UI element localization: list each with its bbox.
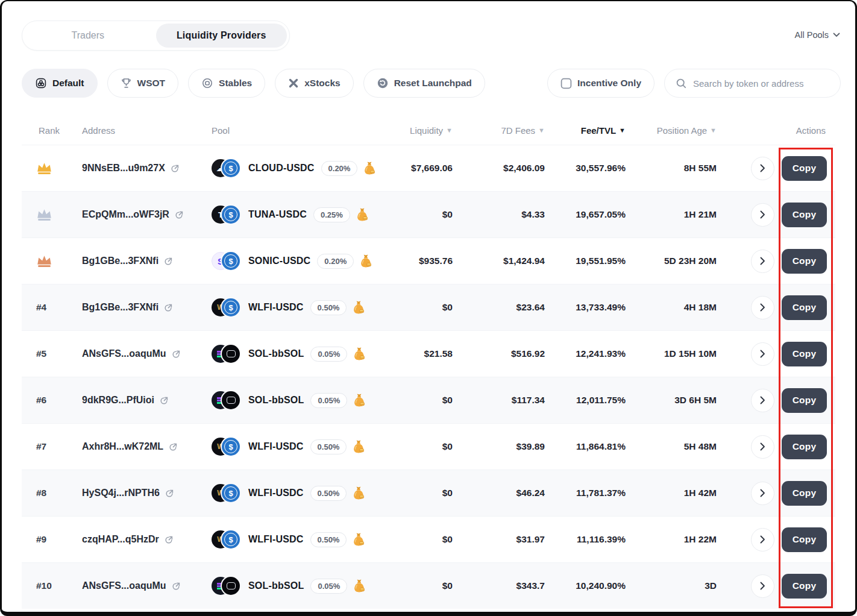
liquidity-value: $21.58	[392, 348, 453, 359]
expand-row-button[interactable]	[751, 574, 774, 598]
col-header-7d-fees[interactable]: 7D Fees▼	[453, 125, 545, 136]
copy-button[interactable]: Copy	[782, 295, 827, 320]
external-link-icon[interactable]	[169, 442, 178, 451]
filter-reset-launchpad-label: Reset Launchpad	[394, 78, 472, 89]
expand-row-button[interactable]	[751, 389, 774, 412]
filter-stables-label: Stables	[219, 78, 252, 89]
fee-tvl-value: 13,733.49%	[545, 302, 626, 313]
external-link-icon[interactable]	[172, 582, 181, 591]
crown-silver-icon	[36, 207, 52, 222]
copy-button[interactable]: Copy	[782, 574, 827, 599]
pool-coin-pair	[212, 484, 240, 502]
wallet-address: 9NNsEB...u9m27X	[82, 163, 165, 174]
fee-tier-badge: 0.50%	[310, 532, 347, 547]
search-box[interactable]	[664, 69, 841, 98]
expand-row-button[interactable]	[751, 157, 774, 180]
fee-tier-badge: 0.05%	[310, 579, 347, 594]
address-cell: HySQ4j...rNPTH6	[82, 488, 212, 498]
col-header-liquidity[interactable]: Liquidity▼	[392, 125, 453, 136]
rank-number: #8	[36, 488, 46, 498]
expand-row-button[interactable]	[751, 435, 774, 459]
7d-fees-value: $23.64	[453, 302, 545, 313]
actions-cell: Copy	[717, 156, 835, 181]
incentive-only-label: Incentive Only	[577, 78, 641, 89]
rank-cell	[22, 254, 82, 268]
pool-name: WLFI-USDC	[248, 302, 304, 313]
copy-button[interactable]: Copy	[782, 249, 827, 274]
money-bag-icon	[352, 439, 365, 454]
expand-row-button[interactable]	[751, 296, 774, 319]
filter-xstocks-label: xStocks	[304, 78, 340, 89]
filter-reset-launchpad[interactable]: Reset Launchpad	[363, 69, 485, 98]
expand-row-button[interactable]	[751, 203, 774, 227]
bbsol-coin-icon	[222, 577, 240, 595]
7d-fees-value: $1,424.94	[453, 256, 545, 266]
copy-button[interactable]: Copy	[782, 203, 827, 227]
actions-cell: Copy	[717, 527, 835, 552]
expand-row-button[interactable]	[751, 250, 774, 273]
bbsol-coin-icon	[222, 345, 240, 363]
usdc-coin-icon	[222, 484, 240, 502]
fee-tier-badge: 0.25%	[313, 207, 350, 222]
copy-button[interactable]: Copy	[782, 435, 827, 459]
pool-name: TUNA-USDC	[248, 209, 307, 220]
search-input[interactable]	[693, 78, 829, 89]
external-link-icon[interactable]	[165, 489, 174, 498]
col-header-rank: Rank	[22, 125, 82, 136]
copy-button[interactable]: Copy	[782, 481, 827, 506]
table-row: 9NNsEB...u9m27X CLOUD-USDC 0.20%	[22, 145, 835, 191]
pool-name: CLOUD-USDC	[248, 163, 315, 174]
expand-row-button[interactable]	[751, 528, 774, 552]
pool-cell: TUNA-USDC 0.25%	[212, 206, 392, 224]
rank-number: #6	[36, 395, 46, 406]
liquidity-value: $7,669.06	[392, 163, 453, 174]
incentive-only-toggle[interactable]: Incentive Only	[547, 69, 655, 98]
tab-traders[interactable]: Traders	[22, 21, 154, 50]
usdc-coin-icon	[222, 206, 240, 224]
position-age-value: 3D	[626, 580, 717, 591]
filter-stables[interactable]: Stables	[188, 69, 265, 98]
rank-number: #4	[36, 302, 46, 313]
pool-coin-pair	[212, 206, 240, 224]
search-icon	[676, 78, 687, 89]
expand-row-button[interactable]	[751, 342, 774, 366]
filter-default[interactable]: Default	[22, 69, 98, 98]
liquidity-value: $935.76	[392, 256, 453, 266]
7d-fees-value: $39.89	[453, 441, 545, 452]
copy-button[interactable]: Copy	[782, 342, 827, 366]
fee-tier-badge: 0.20%	[321, 161, 358, 176]
fee-tvl-value: 12,241.93%	[545, 348, 626, 359]
external-link-icon[interactable]	[164, 303, 173, 312]
tab-liquidity-providers[interactable]: Liquidity Providers	[156, 24, 287, 48]
table-row: #5 ANsGFS...oaquMu SOL-bbSOL 0.05%	[22, 330, 835, 377]
checkbox-icon[interactable]	[560, 78, 572, 89]
external-link-icon[interactable]	[164, 257, 173, 266]
external-link-icon[interactable]	[172, 350, 181, 359]
external-link-icon[interactable]	[160, 396, 169, 405]
pool-name: WLFI-USDC	[248, 534, 304, 545]
filter-xstocks[interactable]: xStocks	[275, 69, 353, 98]
copy-button[interactable]: Copy	[782, 156, 827, 181]
external-link-icon[interactable]	[165, 535, 174, 544]
col-header-fee-tvl[interactable]: Fee/TVL▼	[545, 125, 626, 136]
7d-fees-value: $46.24	[453, 488, 545, 498]
usdc-coin-icon	[222, 438, 240, 456]
7d-fees-value: $117.34	[453, 395, 545, 406]
expand-row-button[interactable]	[751, 482, 774, 505]
wallet-address: Bg1GBe...3FXNfi	[82, 256, 159, 266]
filter-wsot[interactable]: WSOT	[107, 69, 179, 98]
copy-button[interactable]: Copy	[782, 388, 827, 413]
money-bag-icon	[353, 393, 366, 407]
filter-bar: Default WSOT Stables xStocks	[22, 69, 841, 98]
money-bag-icon	[352, 532, 365, 547]
7d-fees-value: $31.97	[453, 534, 545, 545]
liquidity-value: $0	[392, 302, 453, 313]
external-link-icon[interactable]	[171, 164, 180, 173]
fee-tier-badge: 0.50%	[310, 486, 347, 501]
actions-cell: Copy	[717, 249, 835, 274]
fee-tier-badge: 0.50%	[310, 439, 347, 454]
copy-button[interactable]: Copy	[782, 527, 827, 552]
col-header-position-age[interactable]: Position Age▼	[626, 125, 717, 136]
external-link-icon[interactable]	[175, 210, 184, 219]
all-pools-dropdown[interactable]: All Pools	[795, 30, 840, 40]
